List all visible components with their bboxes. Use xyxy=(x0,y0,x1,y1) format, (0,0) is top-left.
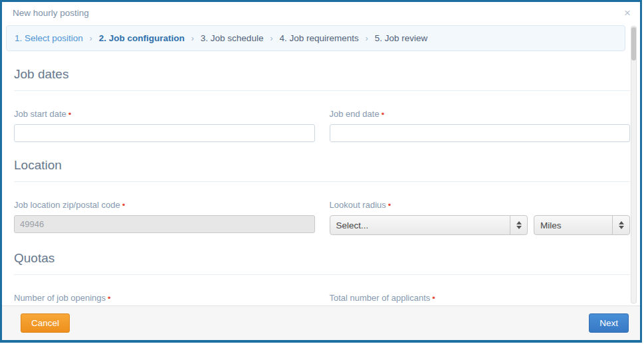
job-end-date-input[interactable] xyxy=(330,124,631,142)
required-dot-icon: • xyxy=(388,200,391,210)
required-dot-icon: • xyxy=(381,109,385,119)
required-dot-icon: • xyxy=(432,293,435,303)
cancel-button[interactable]: Cancel xyxy=(21,313,70,333)
zip-postal-code-label: Job location zip/postal code• xyxy=(14,200,315,210)
job-start-date-label: Job start date• xyxy=(14,109,315,119)
wizard-step-job-requirements[interactable]: 4. Job requirements xyxy=(279,33,358,43)
modal-body: Job dates Job start date• Job end date• … xyxy=(2,67,640,328)
close-icon[interactable]: × xyxy=(624,7,631,19)
number-of-job-openings-label: Number of job openings• xyxy=(14,293,315,303)
scrollbar[interactable] xyxy=(631,26,637,303)
required-dot-icon: • xyxy=(68,109,72,119)
job-end-date-label: Job end date• xyxy=(330,109,631,119)
required-dot-icon: • xyxy=(108,293,111,303)
lookout-radius-select[interactable]: Select... xyxy=(330,215,528,235)
lookout-radius-label: Lookout radius• xyxy=(330,200,631,210)
wizard-step-job-schedule[interactable]: 3. Job schedule xyxy=(201,33,264,43)
required-dot-icon: • xyxy=(122,200,126,210)
scrollbar-thumb[interactable] xyxy=(631,27,636,60)
job-start-date-input[interactable] xyxy=(14,124,315,142)
chevron-right-icon: › xyxy=(191,34,194,43)
modal-title: New hourly posting xyxy=(13,8,89,18)
modal-header: New hourly posting × xyxy=(2,2,640,24)
total-number-of-applicants-label: Total number of applicants• xyxy=(330,293,631,303)
stepper-arrows-icon xyxy=(510,216,527,234)
wizard-breadcrumb: 1. Select position › 2. Job configuratio… xyxy=(6,25,625,51)
chevron-right-icon: › xyxy=(90,34,92,43)
radius-unit-select[interactable]: Miles xyxy=(534,215,630,235)
chevron-right-icon: › xyxy=(366,34,368,43)
stepper-arrows-icon xyxy=(612,216,629,234)
modal-footer: Cancel Next xyxy=(2,305,640,340)
new-hourly-posting-modal: New hourly posting × 1. Select position … xyxy=(0,0,642,343)
section-heading-quotas: Quotas xyxy=(14,251,630,275)
zip-postal-code-input xyxy=(14,215,315,233)
next-button[interactable]: Next xyxy=(589,313,629,333)
section-heading-job-dates: Job dates xyxy=(14,67,630,91)
wizard-step-job-review[interactable]: 5. Job review xyxy=(375,33,428,43)
chevron-right-icon: › xyxy=(270,34,272,43)
wizard-step-select-position[interactable]: 1. Select position xyxy=(15,33,83,43)
wizard-step-job-configuration[interactable]: 2. Job configuration xyxy=(99,33,185,43)
section-heading-location: Location xyxy=(14,158,630,182)
